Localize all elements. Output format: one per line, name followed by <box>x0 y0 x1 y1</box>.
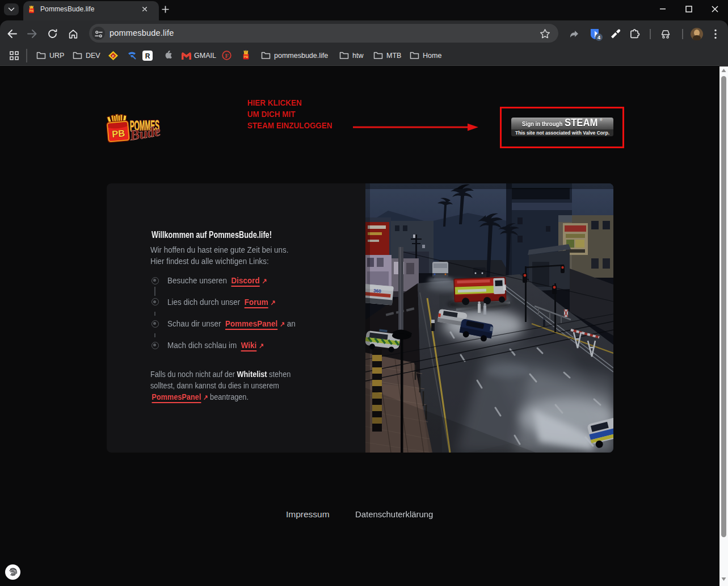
svg-text:R: R <box>145 52 150 60</box>
svg-text:F: F <box>112 55 114 58</box>
svg-text:F: F <box>225 53 229 59</box>
svg-text:4: 4 <box>597 35 600 40</box>
svg-text:PB: PB <box>244 55 249 58</box>
svg-text:PB: PB <box>111 128 125 139</box>
svg-text:PB: PB <box>30 9 34 12</box>
